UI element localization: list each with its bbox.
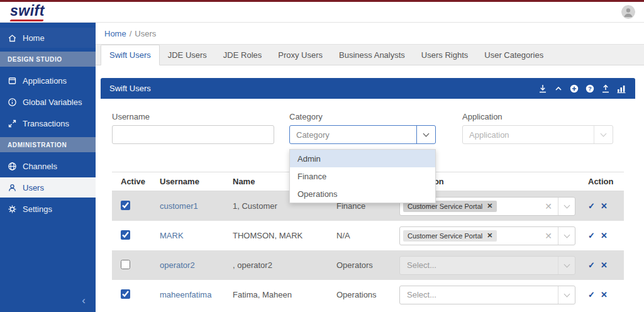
dropdown-option-admin[interactable]: Admin <box>290 150 435 167</box>
swift-users-panel: Swift Users ? <box>101 78 635 309</box>
panel-body: Username Category Category Admin F <box>101 112 635 309</box>
username-cell[interactable]: MARK <box>151 231 224 240</box>
sidebar-item-label: Settings <box>23 204 52 214</box>
breadcrumb-current: Users <box>135 29 156 38</box>
help-circle-icon[interactable]: ? <box>586 84 594 93</box>
sidebar-item-label: Applications <box>23 76 67 86</box>
active-checkbox[interactable] <box>121 289 130 299</box>
active-checkbox[interactable] <box>121 230 130 240</box>
category-cell: Operators <box>328 260 391 270</box>
sidebar-section-administration: ADMINISTRATION <box>0 137 96 152</box>
application-select-value: Application <box>463 130 594 140</box>
user-icon <box>8 183 17 192</box>
sidebar-item-applications[interactable]: Applications <box>0 70 96 91</box>
application-tag: Customer Service Portal ✕ <box>403 230 497 242</box>
svg-text:?: ? <box>588 86 592 92</box>
name-cell: THOMSON, MARK <box>224 231 328 240</box>
app-logo: swift <box>9 3 48 22</box>
upload-icon[interactable] <box>601 84 610 93</box>
active-checkbox[interactable] <box>121 260 130 269</box>
application-multiselect[interactable]: Customer Service Portal ✕ ✕ <box>399 226 575 245</box>
tab-jde-roles[interactable]: JDE Roles <box>215 45 270 65</box>
chevron-down-icon[interactable] <box>416 126 435 143</box>
table-row: operator2 , operator2 Operators Select..… <box>112 250 624 280</box>
username-filter-group: Username <box>112 112 274 144</box>
panel-header: Swift Users ? <box>101 78 635 99</box>
breadcrumb-home-link[interactable]: Home <box>104 29 126 38</box>
clear-selection-icon[interactable]: ✕ <box>539 231 558 241</box>
category-select-value: Category <box>290 130 416 140</box>
dropdown-option-operations[interactable]: Operations <box>290 185 435 203</box>
name-cell: Fatima, Maheen <box>224 290 328 299</box>
home-icon <box>8 33 17 43</box>
panel-toolbar: ? <box>538 84 626 93</box>
sidebar-item-global-variables[interactable]: Global Variables <box>0 92 96 112</box>
sidebar-item-settings[interactable]: Settings <box>0 199 96 219</box>
dropdown-option-finance[interactable]: Finance <box>290 167 435 185</box>
application-multiselect[interactable]: Select... <box>399 286 575 304</box>
category-filter-group: Category Category Admin Finance Operatio… <box>289 112 436 144</box>
cancel-action-icon[interactable]: ✕ <box>601 260 608 270</box>
application-filter-group: Application Application <box>462 112 613 144</box>
category-label: Category <box>289 112 436 121</box>
username-input[interactable] <box>112 125 274 144</box>
sidebar-item-channels[interactable]: Channels <box>0 156 96 176</box>
confirm-action-icon[interactable]: ✓ <box>588 290 595 299</box>
remove-tag-icon[interactable]: ✕ <box>487 232 492 239</box>
tab-user-categories[interactable]: User Categories <box>476 45 552 65</box>
tab-business-analysts[interactable]: Business Analysts <box>331 45 413 65</box>
tabstrip: Swift Users JDE Users JDE Roles Proxy Us… <box>96 45 644 65</box>
sidebar-item-label: Home <box>23 33 45 43</box>
application-label: Application <box>462 112 613 121</box>
category-select[interactable]: Category <box>289 125 436 144</box>
clear-selection-icon[interactable]: ✕ <box>539 201 558 211</box>
sidebar-item-label: Global Variables <box>23 98 82 107</box>
chevron-down-icon <box>594 126 613 143</box>
cancel-action-icon[interactable]: ✕ <box>601 201 608 211</box>
sidebar-item-label: Channels <box>23 162 57 171</box>
username-cell[interactable]: maheenfatima <box>151 290 224 299</box>
category-cell: Operations <box>328 290 391 299</box>
tab-proxy-users[interactable]: Proxy Users <box>270 45 331 65</box>
app-header: swift <box>0 2 644 23</box>
sidebar-item-home[interactable]: Home <box>0 28 96 48</box>
filters-row: Username Category Category Admin F <box>112 112 624 144</box>
stats-icon[interactable] <box>617 84 626 93</box>
confirm-action-icon[interactable]: ✓ <box>588 201 595 211</box>
main-area: Home / Users Swift Users JDE Users JDE R… <box>96 23 644 312</box>
username-cell[interactable]: customer1 <box>151 201 224 211</box>
remove-tag-icon[interactable]: ✕ <box>487 203 492 209</box>
chevron-down-icon[interactable] <box>558 286 575 304</box>
cancel-action-icon[interactable]: ✕ <box>601 231 608 240</box>
category-cell: N/A <box>328 231 391 240</box>
col-header-active: Active <box>112 177 151 186</box>
active-checkbox[interactable] <box>121 201 130 210</box>
application-select: Application <box>462 125 613 144</box>
cancel-action-icon[interactable]: ✕ <box>601 290 608 299</box>
confirm-action-icon[interactable]: ✓ <box>588 231 595 240</box>
application-multiselect: Select... <box>399 256 575 275</box>
add-circle-icon[interactable] <box>570 84 579 93</box>
tab-jde-users[interactable]: JDE Users <box>160 45 215 65</box>
table-row: maheenfatima Fatima, Maheen Operations S… <box>112 280 624 309</box>
info-circle-icon <box>8 98 17 107</box>
chevron-down-icon[interactable] <box>558 198 575 215</box>
chevron-down-icon[interactable] <box>558 227 575 245</box>
tab-users-rights[interactable]: Users Rights <box>413 45 476 65</box>
col-header-username: Username <box>151 177 224 186</box>
gear-icon <box>8 204 17 214</box>
transactions-icon <box>8 119 17 128</box>
sidebar-item-users[interactable]: Users <box>0 177 96 198</box>
collapse-up-icon[interactable] <box>554 84 563 93</box>
username-cell[interactable]: operator2 <box>151 260 224 270</box>
user-avatar-icon[interactable] <box>621 5 635 19</box>
tab-swift-users[interactable]: Swift Users <box>101 45 160 65</box>
sidebar-item-label: Users <box>23 183 44 192</box>
sidebar-collapse-chevron-left-icon[interactable]: ‹ <box>82 294 86 307</box>
sidebar-section-design-studio: DESIGN STUDIO <box>0 52 96 67</box>
sidebar-item-transactions[interactable]: Transactions <box>0 113 96 133</box>
applications-icon <box>8 76 17 86</box>
name-cell: , operator2 <box>224 260 328 270</box>
download-icon[interactable] <box>538 84 547 93</box>
confirm-action-icon[interactable]: ✓ <box>588 260 595 270</box>
